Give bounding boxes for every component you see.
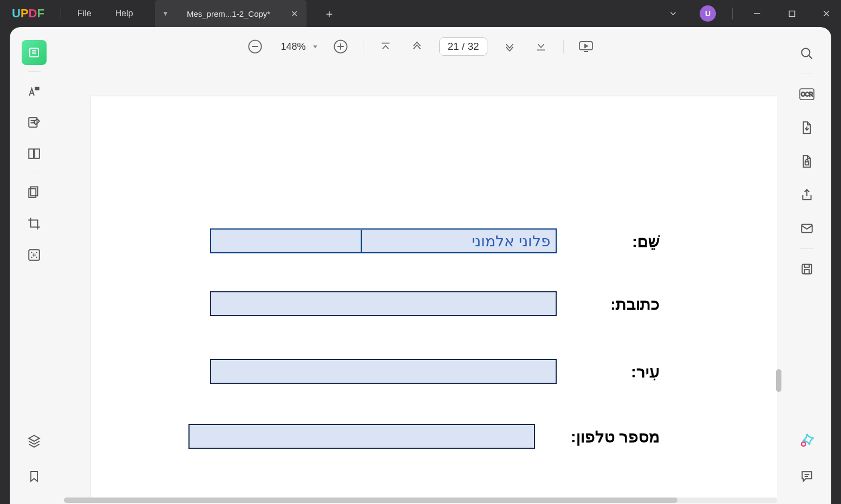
redact-tool-button[interactable]: [22, 243, 47, 267]
search-button[interactable]: [794, 41, 819, 66]
ocr-button[interactable]: OCR: [794, 82, 819, 107]
right-rail: OCR: [788, 32, 826, 499]
separator: [732, 8, 733, 19]
window-minimize-button[interactable]: [742, 0, 772, 27]
svg-point-17: [801, 48, 810, 56]
svg-marker-16: [29, 435, 40, 441]
separator: [61, 8, 61, 19]
svg-rect-11: [29, 149, 34, 158]
svg-marker-32: [313, 45, 317, 48]
svg-line-18: [809, 55, 812, 59]
tab-dropdown-icon[interactable]: ▼: [162, 10, 169, 17]
separator: [800, 74, 813, 74]
page-tools-button[interactable]: [22, 141, 47, 166]
svg-text:OCR: OCR: [801, 91, 813, 97]
comment-tool-button[interactable]: [22, 78, 47, 103]
label-address: כתובת:: [578, 294, 660, 313]
vertical-scrollbar[interactable]: [776, 66, 781, 498]
field-name[interactable]: פלוני אלמוני: [210, 228, 557, 253]
svg-rect-15: [29, 250, 40, 260]
form-row-name: שֵׁם: פלוני אלמוני: [210, 228, 660, 253]
first-page-button[interactable]: [376, 37, 395, 56]
chat-button[interactable]: [794, 464, 819, 489]
share-button[interactable]: [794, 182, 819, 207]
organize-pages-button[interactable]: [22, 180, 47, 205]
protect-button[interactable]: [794, 149, 819, 174]
ai-assistant-button[interactable]: [794, 428, 819, 453]
left-rail-bottom: [15, 423, 53, 494]
menu-file[interactable]: File: [66, 0, 103, 27]
separator: [363, 40, 363, 54]
edit-pdf-button[interactable]: [22, 110, 47, 135]
app-logo: UPDF: [0, 6, 56, 21]
next-page-button[interactable]: [500, 37, 519, 56]
svg-rect-25: [805, 264, 810, 267]
svg-rect-26: [805, 270, 810, 274]
svg-marker-39: [585, 44, 588, 48]
vertical-scrollbar-thumb[interactable]: [776, 369, 781, 392]
pdf-page: שֵׁם: פלוני אלמוני כתובת: עִיר: מס: [91, 96, 777, 498]
document-tab[interactable]: ▼ Mes_prem...1-2_Copy* ✕: [155, 0, 307, 27]
crop-tool-button[interactable]: [22, 211, 47, 236]
field-city[interactable]: [210, 359, 557, 384]
user-avatar[interactable]: U: [693, 0, 722, 27]
new-tab-button[interactable]: ＋: [316, 6, 342, 21]
zoom-level[interactable]: 148%: [277, 41, 318, 53]
text-cursor: [361, 230, 362, 252]
label-phone: מספר טלפון:: [557, 427, 660, 446]
svg-rect-12: [35, 149, 40, 158]
separator: [563, 40, 564, 54]
menu-help[interactable]: Help: [103, 0, 145, 27]
label-city: עִיר:: [578, 362, 660, 381]
form-row-phone: מספר טלפון:: [188, 424, 660, 449]
window-dropdown-icon[interactable]: [659, 0, 688, 27]
window-close-button[interactable]: [812, 0, 841, 27]
save-button[interactable]: [794, 257, 819, 282]
chevron-down-icon: [312, 43, 318, 50]
titlebar-right: U: [659, 0, 841, 27]
separator: [28, 71, 41, 72]
separator: [800, 248, 813, 249]
app-body: OCR 148%: [10, 27, 831, 504]
previous-page-button[interactable]: [408, 37, 426, 56]
field-address[interactable]: [210, 291, 557, 316]
titlebar: UPDF File Help ▼ Mes_prem...1-2_Copy* ✕ …: [0, 0, 841, 27]
label-name: שֵׁם:: [578, 232, 660, 251]
field-name-value: פלוני אלמוני: [472, 232, 550, 250]
field-phone[interactable]: [188, 424, 535, 449]
svg-rect-1: [789, 11, 794, 16]
separator: [28, 173, 41, 173]
window-maximize-button[interactable]: [777, 0, 806, 27]
document-toolbar: 148% 21 / 32: [58, 30, 783, 63]
page-input[interactable]: 21 / 32: [439, 37, 487, 56]
tab-close-icon[interactable]: ✕: [288, 9, 301, 19]
zoom-out-button[interactable]: [246, 37, 264, 56]
svg-rect-22: [805, 162, 809, 165]
zoom-in-button[interactable]: [331, 37, 350, 56]
svg-rect-24: [802, 264, 811, 273]
bookmark-button[interactable]: [22, 464, 47, 489]
svg-point-27: [801, 442, 806, 447]
tab-label: Mes_prem...1-2_Copy*: [179, 9, 279, 18]
convert-button[interactable]: [794, 115, 819, 140]
right-rail-bottom: [788, 423, 826, 494]
form-row-address: כתובת:: [210, 291, 660, 316]
zoom-value: 148%: [277, 41, 309, 53]
left-rail: [15, 32, 53, 499]
email-button[interactable]: [794, 216, 819, 241]
last-page-button[interactable]: [532, 37, 550, 56]
tab-strip: ▼ Mes_prem...1-2_Copy* ✕ ＋: [155, 0, 342, 27]
horizontal-scrollbar[interactable]: [64, 498, 777, 503]
form-row-city: עִיר:: [210, 359, 660, 384]
presentation-mode-button[interactable]: [577, 37, 595, 56]
document-viewport[interactable]: שֵׁם: פלוני אלמוני כתובת: עִיר: מס: [64, 66, 777, 498]
layers-button[interactable]: [22, 428, 47, 453]
reader-mode-button[interactable]: [22, 40, 47, 65]
horizontal-scrollbar-thumb[interactable]: [64, 498, 677, 503]
